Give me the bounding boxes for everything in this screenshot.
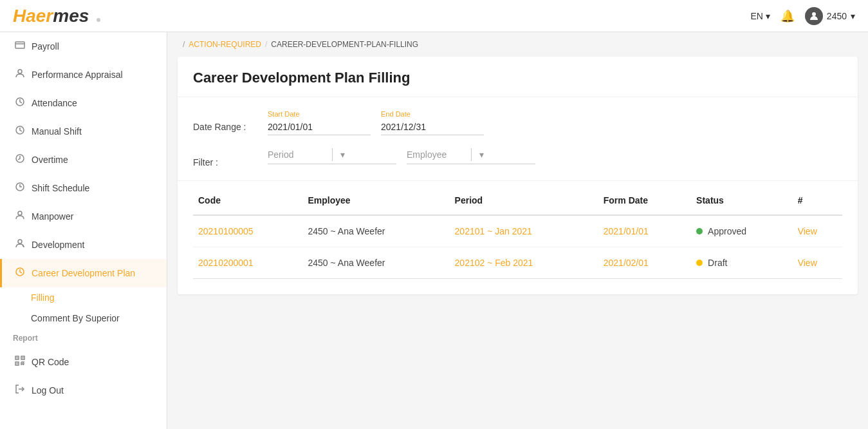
table-header-row: Code Employee Period Form Date Status # (193, 186, 842, 215)
status-dot-1 (696, 260, 703, 266)
sidebar-item-shift-schedule[interactable]: Shift Schedule (0, 174, 167, 202)
cell-status-0: Approved (691, 215, 793, 247)
career-development-plan-icon (15, 267, 25, 280)
page-title-bar: Career Development Plan Filling (178, 57, 858, 97)
sidebar-sub-item-comment-by-superior[interactable]: Comment By Superior (0, 308, 167, 329)
svg-rect-15 (17, 358, 18, 359)
comment-by-superior-label: Comment By Superior (31, 313, 120, 323)
cell-action-0: View (793, 215, 842, 247)
sidebar-label-manual-shift: Manual Shift (32, 126, 82, 137)
overtime-icon (15, 153, 25, 166)
table-area: Code Employee Period Form Date Status # … (178, 186, 858, 294)
shift-schedule-icon (15, 182, 25, 195)
breadcrumb-action-required[interactable]: ACTION-REQUIRED (189, 40, 261, 49)
status-label-1: Draft (708, 258, 727, 268)
end-date-group: End Date (381, 110, 484, 135)
sidebar-item-qr-code[interactable]: QR Code (0, 348, 167, 376)
period-divider (332, 148, 333, 161)
view-link-0[interactable]: View (798, 226, 817, 236)
page-title: Career Development Plan Filling (193, 70, 842, 86)
cell-period-0: 202101 ~ Jan 2021 (450, 215, 598, 247)
logout-icon (15, 384, 25, 397)
svg-rect-1 (15, 42, 24, 48)
cell-employee-0: 2450 ~ Ana Weefer (302, 215, 449, 247)
start-date-label: Start Date (268, 110, 371, 118)
filter-row: Filter : Period ▾ Employee ▾ (193, 146, 842, 167)
date-range-label: Date Range : (193, 110, 257, 132)
sidebar-item-manpower[interactable]: Manpower (0, 202, 167, 231)
lang-chevron-icon: ▾ (766, 11, 770, 21)
manpower-icon (15, 210, 25, 223)
code-link-0[interactable]: 20210100005 (198, 226, 254, 236)
period-select[interactable]: Period ▾ (268, 146, 396, 164)
sidebar-item-development[interactable]: Development (0, 231, 167, 259)
cell-action-1: View (793, 247, 842, 279)
start-date-group: Start Date (268, 110, 371, 135)
cell-employee-1: 2450 ~ Ana Weefer (302, 247, 449, 279)
logo: Haermes (13, 6, 100, 26)
language-label: EN (750, 11, 762, 21)
end-date-input[interactable] (381, 119, 484, 135)
data-table: Code Employee Period Form Date Status # … (193, 186, 842, 279)
sidebar-label-career-development-plan: Career Development Plan (32, 268, 135, 278)
period-chevron-icon: ▾ (340, 149, 397, 160)
sidebar-item-payroll[interactable]: Payroll (0, 32, 167, 61)
top-header: Haermes EN ▾ 🔔 2450 ▾ (0, 0, 868, 32)
svg-rect-16 (23, 358, 24, 359)
form-date-link-0[interactable]: 2021/01/01 (604, 226, 649, 236)
employee-divider (471, 148, 472, 161)
col-period: Period (450, 186, 598, 215)
col-form-date: Form Date (598, 186, 691, 215)
end-date-label: End Date (381, 110, 484, 118)
code-link-1[interactable]: 20210200001 (198, 258, 254, 268)
cell-status-1: Draft (691, 247, 793, 279)
settings-dot-icon (97, 18, 100, 22)
svg-point-8 (18, 211, 22, 215)
filter-area: Date Range : Start Date End Date (178, 97, 858, 181)
col-status: Status (691, 186, 793, 215)
svg-point-3 (18, 70, 22, 73)
employee-chevron-icon: ▾ (479, 149, 536, 160)
user-id-label: 2450 (827, 11, 847, 21)
cell-code-1: 20210200001 (193, 247, 302, 279)
header-right: EN ▾ 🔔 2450 ▾ (750, 7, 855, 25)
cell-form-date-1: 2021/02/01 (598, 247, 691, 279)
sidebar-item-attendance[interactable]: Attendance (0, 89, 167, 117)
sidebar-item-performance-appraisal[interactable]: Performance Appraisal (0, 61, 167, 89)
language-selector[interactable]: EN ▾ (750, 11, 770, 21)
user-chevron-icon: ▾ (851, 11, 855, 21)
development-icon (15, 238, 25, 251)
sidebar-item-career-development-plan[interactable]: Career Development Plan (0, 259, 167, 287)
user-info[interactable]: 2450 ▾ (805, 7, 855, 25)
breadcrumb-separator-2: / (265, 40, 267, 49)
breadcrumb-separator-1: / (183, 40, 185, 49)
table-row: 20210200001 2450 ~ Ana Weefer 202102 ~ F… (193, 247, 842, 279)
svg-point-0 (812, 12, 816, 16)
report-section-label: Report (0, 329, 167, 348)
sidebar: Payroll Performance Appraisal Attendance… (0, 32, 167, 429)
cell-form-date-0: 2021/01/01 (598, 215, 691, 247)
employee-select[interactable]: Employee ▾ (407, 146, 535, 164)
filling-label: Filling (31, 292, 55, 303)
table-body: 20210100005 2450 ~ Ana Weefer 202101 ~ J… (193, 215, 842, 279)
sidebar-label-overtime: Overtime (32, 155, 68, 165)
sidebar-item-manual-shift[interactable]: Manual Shift (0, 117, 167, 146)
cell-code-0: 20210100005 (193, 215, 302, 247)
start-date-input[interactable] (268, 119, 371, 135)
qr-code-label: QR Code (32, 357, 69, 367)
form-date-link-1[interactable]: 2021/02/01 (604, 258, 649, 268)
table-head: Code Employee Period Form Date Status # (193, 186, 842, 215)
date-range-row: Date Range : Start Date End Date (193, 110, 842, 135)
manual-shift-icon (15, 125, 25, 138)
sidebar-sub-item-filling[interactable]: Filling (0, 287, 167, 308)
view-link-1[interactable]: View (798, 258, 817, 268)
table-row: 20210100005 2450 ~ Ana Weefer 202101 ~ J… (193, 215, 842, 247)
sidebar-item-overtime[interactable]: Overtime (0, 146, 167, 174)
period-link-1[interactable]: 202102 ~ Feb 2021 (455, 258, 533, 268)
sidebar-label-shift-schedule: Shift Schedule (32, 183, 89, 193)
logout-label: Log Out (32, 385, 64, 396)
sidebar-item-logout[interactable]: Log Out (0, 376, 167, 405)
notification-bell-icon[interactable]: 🔔 (780, 9, 795, 23)
period-link-0[interactable]: 202101 ~ Jan 2021 (455, 226, 532, 236)
svg-rect-17 (17, 363, 18, 365)
